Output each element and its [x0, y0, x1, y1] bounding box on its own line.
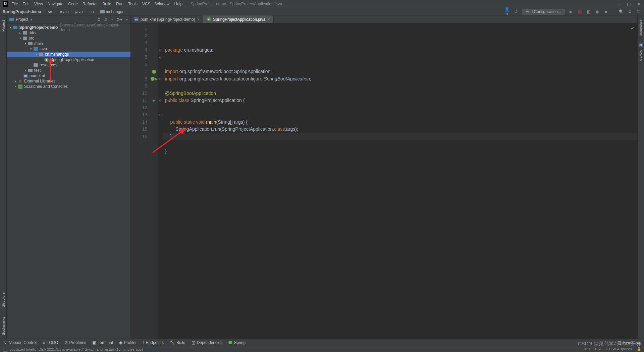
tree-pom[interactable]: mpom.xml [7, 73, 130, 78]
show-options-icon[interactable]: ⚙▾ [116, 17, 122, 22]
lock-icon[interactable]: 🔒 [637, 347, 641, 351]
hide-icon[interactable]: − [125, 17, 128, 22]
status-bar: Localized IntelliJ IDEA 2021.3.1 is avai… [0, 346, 644, 352]
navbar: SpringProject-demo〉 src〉 main〉 java〉 cn〉… [0, 8, 644, 15]
run-class-icon[interactable]: ▶ [150, 75, 158, 83]
database-tool-tab[interactable]: Database [639, 20, 643, 36]
menu-file[interactable]: File [11, 2, 18, 6]
run-method-icon[interactable]: ▶ [150, 97, 158, 104]
tab-app[interactable]: c SpringProjectApplication.java × [203, 15, 274, 23]
tree-resources[interactable]: resources [7, 62, 130, 68]
tool-windows-icon[interactable] [3, 347, 7, 352]
menu-edit[interactable]: Edit [22, 2, 30, 6]
problems-tab[interactable]: ⊘Problems [64, 340, 87, 345]
watermark: CSDN @菜鸟学习JAVA开发 [578, 341, 641, 347]
menu-window[interactable]: Window [155, 2, 170, 6]
right-tool-strip: Database m Maven [637, 15, 644, 339]
breadcrumbs: SpringProject-demo〉 src〉 main〉 java〉 cn〉… [3, 9, 124, 14]
spring-run-icon[interactable] [150, 68, 158, 75]
tab-label: pom.xml (SpringProject-demo) [141, 17, 195, 22]
tree-external-libs[interactable]: ▸⫛External Libraries [7, 78, 130, 84]
bookmarks-tool-tab[interactable]: Bookmarks [1, 317, 5, 335]
project-tree: ▾ SpringProject-demo D:\codeDemo\java\Sp… [7, 23, 130, 91]
terminal-tab[interactable]: ▣Terminal [92, 340, 113, 345]
tree-java[interactable]: ▾java [7, 46, 130, 52]
minimize-button[interactable]: ─ [618, 1, 621, 7]
tree-package[interactable]: ▾cn.mshangqs [7, 52, 130, 57]
crumb[interactable]: mshangqs [100, 9, 124, 14]
tree-test[interactable]: ▸test [7, 68, 130, 73]
code-editor[interactable]: 12345678910111213141516 ▶ ▶ ⊖⊖⊖⊖⊖ ✔ pack… [131, 23, 637, 339]
select-open-file-icon[interactable]: ⊙ [97, 17, 101, 22]
status-message[interactable]: Localized IntelliJ IDEA 2021.3.1 is avai… [9, 347, 143, 351]
window-title: SpringProject-demo - SpringProjectApplic… [191, 2, 618, 6]
user-icon[interactable]: 👤▾ [504, 7, 510, 16]
expand-all-icon[interactable]: ⇵ [104, 17, 107, 22]
crumb[interactable]: SpringProject-demo [3, 9, 41, 14]
tree-root[interactable]: ▾ SpringProject-demo D:\codeDemo\java\Sp… [7, 25, 130, 30]
settings-icon[interactable]: ⚙ [627, 9, 633, 14]
spring-tab[interactable]: Spring [228, 340, 246, 345]
tree-src[interactable]: ▾src [7, 36, 130, 41]
sync-icon[interactable]: ↺ [513, 9, 519, 14]
build-tab[interactable]: 🔨Build [170, 340, 185, 345]
close-tab-icon[interactable]: × [197, 17, 200, 22]
maven-tool-tab[interactable]: m [639, 43, 643, 47]
main-menu: File Edit View Navigate Code Refactor Bu… [11, 2, 182, 6]
endpoints-tab[interactable]: ⟟Endpoints [143, 340, 164, 345]
close-tab-icon[interactable]: × [267, 17, 270, 22]
encoding-info[interactable]: CRLF UTF-8 4 spaces [595, 347, 632, 351]
crumb[interactable]: src [48, 9, 53, 14]
profile-icon[interactable]: ◉ [594, 9, 600, 14]
toolbar-right: 👤▾ ↺ Add Configuration... ▶ 🐞 ◧ ◉ ■ 🔍 ⚙ … [504, 7, 641, 16]
caret-position[interactable]: 16:1 [583, 347, 590, 351]
crumb[interactable]: java [75, 9, 83, 14]
menu-refactor[interactable]: Refactor [83, 2, 98, 6]
left-tool-strip: Project Structure Bookmarks [0, 15, 7, 339]
todo-tab[interactable]: ≡TODO [43, 340, 58, 345]
tab-pom[interactable]: m pom.xml (SpringProject-demo) × [131, 15, 203, 23]
menu-build[interactable]: Build [102, 2, 111, 6]
menu-vcs[interactable]: VCS [142, 2, 151, 6]
menu-help[interactable]: Help [174, 2, 182, 6]
search-icon[interactable]: 🔍 [619, 9, 624, 14]
menu-view[interactable]: View [34, 2, 43, 6]
dependencies-tab[interactable]: ◫Dependencies [192, 340, 223, 345]
gutter-icons: ▶ ▶ [150, 23, 158, 339]
menu-code[interactable]: Code [68, 2, 78, 6]
menu-navigate[interactable]: Navigate [48, 2, 63, 6]
main-area: Project Structure Bookmarks Project ▾ ⊙ … [0, 15, 644, 339]
collapse-all-icon[interactable]: ÷ [111, 17, 113, 22]
run-icon[interactable]: ▶ [568, 9, 574, 14]
shield-icon[interactable]: 🛡 [636, 9, 641, 14]
version-control-tab[interactable]: ⌥Version Control [3, 340, 37, 345]
java-class-icon: c [207, 17, 211, 21]
structure-tool-tab[interactable]: Structure [1, 292, 5, 307]
project-tool-tab[interactable]: Project [1, 20, 5, 32]
folder-icon [9, 18, 14, 21]
fold-gutter: ⊖⊖⊖⊖⊖ [158, 23, 163, 339]
tree-main[interactable]: ▾main [7, 41, 130, 46]
profiler-tab[interactable]: ◉Profiler [119, 340, 137, 345]
inspection-ok-icon[interactable]: ✔ [631, 25, 635, 32]
crumb[interactable]: main [60, 9, 69, 14]
coverage-icon[interactable]: ◧ [586, 9, 591, 14]
menu-run[interactable]: Run [116, 2, 123, 6]
project-pane-title[interactable]: Project [16, 17, 28, 22]
menu-tools[interactable]: Tools [128, 2, 138, 6]
tab-label: SpringProjectApplication.java [213, 17, 265, 22]
project-pane: Project ▾ ⊙ ⇵ ÷ ⚙▾ − ▾ SpringProject-dem… [7, 15, 131, 339]
bottom-tool-bar: ⌥Version Control ≡TODO ⊘Problems ▣Termin… [0, 339, 644, 346]
maximize-button[interactable]: ▢ [627, 1, 631, 7]
app-logo: IJ [3, 1, 8, 7]
tree-app-class[interactable]: cSpringProjectApplication [7, 57, 130, 62]
add-configuration-button[interactable]: Add Configuration... [522, 9, 565, 15]
tab-options-icon[interactable]: ⋮ [638, 1, 642, 6]
crumb[interactable]: cn [90, 9, 94, 14]
debug-icon[interactable]: 🐞 [577, 9, 582, 14]
tree-scratches[interactable]: ▸Scratches and Consoles [7, 84, 130, 89]
editor-area: m pom.xml (SpringProject-demo) × c Sprin… [131, 15, 637, 339]
stop-icon[interactable]: ■ [603, 9, 608, 14]
code-content[interactable]: ✔ package cn.mshangqs; import org.spring… [163, 23, 637, 339]
dropdown-icon[interactable]: ▾ [30, 17, 32, 22]
